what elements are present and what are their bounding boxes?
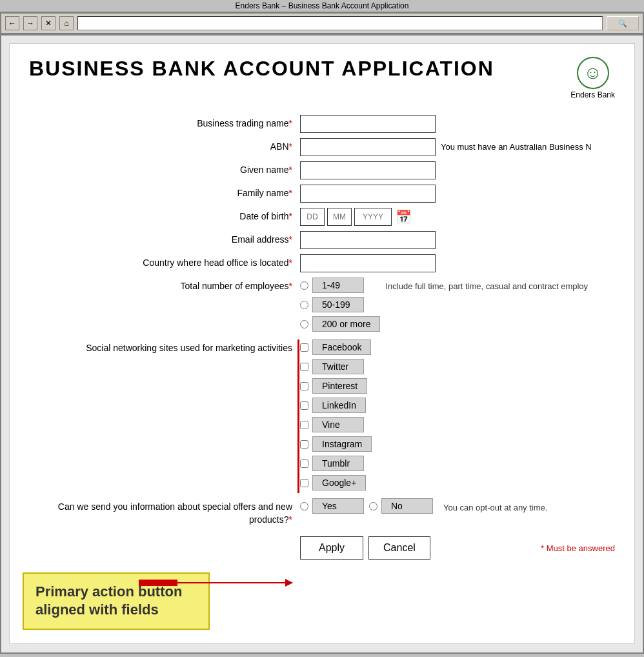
apply-button[interactable]: Apply [300, 536, 363, 560]
employees-row: Total number of employees* 1-49 50-199 [29, 278, 615, 334]
dob-month-input[interactable] [327, 208, 352, 226]
employees-field-area: 1-49 50-199 200 or more Include full tim… [300, 278, 615, 334]
date-group: 📅 [300, 208, 412, 226]
stop-button[interactable]: ✕ [41, 16, 55, 30]
social-label-instagram[interactable]: Instagram [312, 436, 372, 452]
special-offers-label-yes[interactable]: Yes [312, 498, 364, 514]
dob-day-input[interactable] [300, 208, 325, 226]
employees-radio-50-199[interactable] [300, 301, 308, 309]
abn-row: ABN* You must have an Australian Busines… [29, 138, 615, 156]
social-checkbox-tumblr[interactable] [300, 460, 308, 468]
social-twitter: Twitter [300, 359, 372, 374]
social-label-linkedin[interactable]: LinkedIn [312, 398, 366, 413]
given-name-row: Given name* [29, 161, 615, 179]
social-linkedin: LinkedIn [300, 398, 372, 413]
red-annotation-bar [139, 580, 177, 586]
business-trading-name-field-area [300, 115, 615, 133]
employees-option-1-49: 1-49 [300, 278, 380, 293]
browser-chrome: ← → ✕ ⌂ 🔍 [0, 12, 644, 34]
bank-logo: ☺ Enders Bank [570, 57, 615, 99]
social-networking-row: Social networking sites used for marketi… [29, 339, 615, 493]
dob-year-input[interactable] [354, 208, 392, 226]
abn-label: ABN* [29, 138, 300, 154]
browser-title: Enders Bank – Business Bank Account Appl… [236, 1, 409, 10]
social-options: Facebook Twitter Pinterest LinkedIn [300, 339, 372, 493]
email-label: Email address* [29, 231, 300, 247]
business-trading-name-row: Business trading name* [29, 115, 615, 133]
forward-button[interactable]: → [23, 16, 37, 30]
social-checkbox-linkedin[interactable] [300, 401, 308, 410]
special-offers-label: Can we send you information about specia… [29, 498, 300, 526]
page-title: BUSINESS BANK ACCOUNT APPLICATION [29, 57, 494, 81]
special-offers-label-no[interactable]: No [381, 498, 433, 514]
special-offers-radio-no[interactable] [369, 502, 377, 510]
application-form: Business trading name* ABN* You must hav… [29, 115, 615, 560]
country-field-area [300, 254, 615, 272]
social-label-pinterest[interactable]: Pinterest [312, 378, 367, 394]
social-pinterest: Pinterest [300, 378, 372, 394]
required-star: * [289, 118, 292, 128]
annotation-box: Primary action button aligned with field… [23, 572, 210, 630]
social-networking-label: Social networking sites used for marketi… [29, 339, 300, 355]
given-name-input[interactable] [300, 161, 436, 179]
abn-field-area: You must have an Australian Business N [300, 138, 615, 156]
calendar-icon[interactable]: 📅 [396, 209, 412, 225]
smiley-icon: ☺ [577, 57, 609, 89]
employees-option-200-more: 200 or more [300, 316, 380, 332]
family-name-field-area [300, 185, 615, 203]
page-wrapper: BUSINESS BANK ACCOUNT APPLICATION ☺ Ende… [0, 34, 644, 654]
social-checkbox-facebook[interactable] [300, 343, 308, 352]
employees-label-200-more[interactable]: 200 or more [312, 316, 380, 332]
dob-label: Date of birth* [29, 208, 300, 223]
home-button[interactable]: ⌂ [59, 16, 74, 30]
business-trading-name-label: Business trading name* [29, 115, 300, 130]
must-answered-text: * Must be answered [541, 543, 615, 553]
address-bar[interactable] [77, 16, 603, 30]
special-offers-row: Can we send you information about specia… [29, 498, 615, 526]
bank-name: Enders Bank [570, 90, 615, 99]
email-row: Email address* [29, 231, 615, 249]
social-instagram: Instagram [300, 436, 372, 452]
social-label-facebook[interactable]: Facebook [312, 339, 371, 355]
country-label: Country where head office is located* [29, 254, 300, 270]
special-offers-hint: You can opt-out at any time. [443, 503, 547, 512]
search-button[interactable]: 🔍 [607, 16, 639, 30]
social-checkbox-twitter[interactable] [300, 363, 308, 371]
vertical-red-line [297, 339, 299, 493]
social-checkbox-instagram[interactable] [300, 440, 308, 449]
social-label-googleplus[interactable]: Google+ [312, 475, 366, 490]
email-input[interactable] [300, 231, 436, 249]
social-networking-field-area: Facebook Twitter Pinterest LinkedIn [300, 339, 615, 493]
employees-label-1-49[interactable]: 1-49 [312, 278, 364, 293]
social-checkbox-pinterest[interactable] [300, 382, 308, 390]
abn-input[interactable] [300, 138, 436, 156]
red-arrow-line [176, 582, 292, 583]
employees-label-50-199[interactable]: 50-199 [312, 297, 364, 312]
social-checkbox-vine[interactable] [300, 421, 308, 429]
special-offers-yes: Yes [300, 498, 364, 514]
employees-label: Total number of employees* [29, 278, 300, 293]
family-name-label: Family name* [29, 185, 300, 200]
social-label-twitter[interactable]: Twitter [312, 359, 364, 374]
social-label-vine[interactable]: Vine [312, 417, 364, 432]
dob-row: Date of birth* 📅 [29, 208, 615, 226]
special-offers-radio-yes[interactable] [300, 502, 308, 510]
business-trading-name-input[interactable] [300, 115, 436, 133]
cancel-button[interactable]: Cancel [368, 536, 430, 560]
email-field-area [300, 231, 615, 249]
employees-radio-1-49[interactable] [300, 281, 308, 290]
country-input[interactable] [300, 254, 436, 272]
employees-hint: Include full time, part time, casual and… [385, 278, 588, 291]
social-tumblr: Tumblr [300, 456, 372, 471]
special-offers-field-area: Yes No You can opt-out at any time. [300, 498, 615, 516]
dob-field-area: 📅 [300, 208, 615, 226]
given-name-label: Given name* [29, 161, 300, 177]
family-name-input[interactable] [300, 185, 436, 203]
abn-hint: You must have an Australian Business N [441, 138, 592, 152]
required-star-abn: * [289, 141, 292, 152]
action-buttons-row: Apply Cancel * Must be answered [29, 536, 615, 560]
social-checkbox-googleplus[interactable] [300, 479, 308, 487]
employees-radio-200-more[interactable] [300, 320, 308, 328]
back-button[interactable]: ← [5, 16, 19, 30]
social-label-tumblr[interactable]: Tumblr [312, 456, 364, 471]
